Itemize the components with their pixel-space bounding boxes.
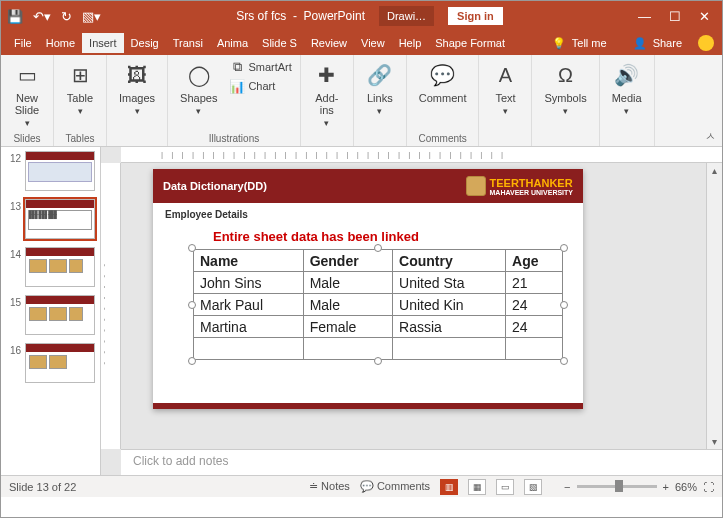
data-table: NameGenderCountryAge John SinsMaleUnited… — [193, 249, 563, 360]
resize-handle[interactable] — [560, 244, 568, 252]
shapes-button[interactable]: ◯Shapes▾ — [176, 59, 221, 119]
group-tables-label: Tables — [66, 131, 95, 144]
maximize-icon[interactable]: ☐ — [669, 9, 681, 24]
slide-thumb-13[interactable]: 13███ ███ ██████ ███ ███ — [5, 199, 96, 239]
tellme-label[interactable]: Tell me — [572, 37, 607, 49]
tab-home[interactable]: Home — [39, 33, 82, 53]
chart-button[interactable]: 📊Chart — [229, 78, 291, 94]
links-button[interactable]: 🔗Links▾ — [362, 59, 398, 119]
slide-canvas[interactable]: Data Dictionary(DD) TEERTHANKERMAHAVEER … — [121, 163, 706, 449]
status-bar: Slide 13 of 22 ≐ Notes 💬 Comments ▥ ▦ ▭ … — [1, 475, 722, 497]
zoom-in-icon[interactable]: + — [663, 481, 669, 493]
zoom-out-icon[interactable]: − — [564, 481, 570, 493]
notes-pane[interactable]: Click to add notes — [121, 449, 722, 475]
slide-footer-bar — [153, 403, 583, 409]
zoom-slider-thumb[interactable] — [615, 480, 623, 492]
slide-title: Data Dictionary(DD) — [163, 180, 267, 192]
notes-toggle[interactable]: ≐ Notes — [309, 480, 350, 493]
close-icon[interactable]: ✕ — [699, 9, 710, 24]
new-slide-button[interactable]: ▭New Slide▾ — [9, 59, 45, 131]
resize-handle[interactable] — [560, 357, 568, 365]
resize-handle[interactable] — [374, 244, 382, 252]
vertical-scrollbar[interactable]: ▴▾ — [706, 163, 722, 449]
redo-icon[interactable]: ↻ — [61, 9, 72, 24]
resize-handle[interactable] — [188, 301, 196, 309]
tab-transitions[interactable]: Transi — [166, 33, 210, 53]
resize-handle[interactable] — [188, 357, 196, 365]
tab-help[interactable]: Help — [392, 33, 429, 53]
sign-in-button[interactable]: Sign in — [448, 7, 503, 25]
tab-file[interactable]: File — [7, 33, 39, 53]
slide: Data Dictionary(DD) TEERTHANKERMAHAVEER … — [153, 169, 583, 409]
group-comments-label: Comments — [418, 131, 466, 144]
tellme-icon: 💡 — [552, 37, 566, 50]
tab-insert[interactable]: Insert — [82, 33, 124, 53]
tab-review[interactable]: Review — [304, 33, 354, 53]
thumbnail-panel: 12 13███ ███ ██████ ███ ███ 14 15 16 — [1, 147, 101, 475]
minimize-icon[interactable]: ― — [638, 9, 651, 24]
zoom-value[interactable]: 66% — [675, 481, 697, 493]
tab-slideshow[interactable]: Slide S — [255, 33, 304, 53]
table-row: Mark PaulMaleUnited Kin24 — [194, 294, 563, 316]
slide-subtitle: Employee Details — [153, 203, 583, 226]
zoom-control[interactable]: − + 66% ⛶ — [564, 481, 714, 493]
slide-thumb-16[interactable]: 16 — [5, 343, 96, 383]
logo: TEERTHANKERMAHAVEER UNIVERSITY — [466, 176, 574, 196]
resize-handle[interactable] — [560, 301, 568, 309]
app-title: PowerPoint — [304, 9, 365, 23]
symbols-button[interactable]: ΩSymbols▾ — [540, 59, 590, 119]
title-bar: 💾 ↶▾ ↻ ▧▾ Srs of fcs - PowerPoint Drawi…… — [1, 1, 722, 31]
logo-badge-icon — [466, 176, 486, 196]
collapse-ribbon-icon[interactable]: ㅅ — [705, 129, 716, 144]
ribbon: ▭New Slide▾ Slides ⊞Table▾ Tables 🖼Image… — [1, 55, 722, 147]
slide-thumb-14[interactable]: 14 — [5, 247, 96, 287]
resize-handle[interactable] — [188, 244, 196, 252]
tab-design[interactable]: Desig — [124, 33, 166, 53]
overlay-message: Entire sheet data has been linked — [213, 229, 419, 244]
start-slideshow-icon[interactable]: ▧▾ — [82, 9, 101, 24]
doc-title: Srs of fcs — [236, 9, 286, 23]
fit-to-window-icon[interactable]: ⛶ — [703, 481, 714, 493]
table-row: MartinaFemaleRassia24 — [194, 316, 563, 338]
addins-button[interactable]: ✚Add- ins▾ — [309, 59, 345, 131]
text-button[interactable]: AText▾ — [487, 59, 523, 119]
tab-shape-format[interactable]: Shape Format — [428, 33, 512, 53]
view-slideshow-button[interactable]: ▧ — [524, 479, 542, 495]
save-icon[interactable]: 💾 — [7, 9, 23, 24]
view-normal-button[interactable]: ▥ — [440, 479, 458, 495]
linked-table-object[interactable]: NameGenderCountryAge John SinsMaleUnited… — [193, 249, 563, 360]
media-button[interactable]: 🔊Media▾ — [608, 59, 646, 119]
slide-thumb-15[interactable]: 15 — [5, 295, 96, 335]
comments-toggle[interactable]: 💬 Comments — [360, 480, 430, 493]
share-button[interactable]: Share — [653, 37, 682, 49]
images-button[interactable]: 🖼Images▾ — [115, 59, 159, 119]
tab-animations[interactable]: Anima — [210, 33, 255, 53]
table-row: John SinsMaleUnited Sta21 — [194, 272, 563, 294]
context-tab-label: Drawi… — [379, 6, 434, 26]
group-illustrations-label: Illustrations — [209, 131, 260, 144]
view-reading-button[interactable]: ▭ — [496, 479, 514, 495]
smartart-button[interactable]: ⧉SmartArt — [229, 59, 291, 75]
emoji-icon[interactable] — [698, 35, 714, 51]
slide-counter: Slide 13 of 22 — [9, 481, 309, 493]
resize-handle[interactable] — [374, 357, 382, 365]
ruler-horizontal: | | | | | | | | | | | | | | | | | | | | … — [121, 147, 722, 163]
ribbon-tabs: File Home Insert Desig Transi Anima Slid… — [1, 31, 722, 55]
slide-thumb-12[interactable]: 12 — [5, 151, 96, 191]
table-button[interactable]: ⊞Table▾ — [62, 59, 98, 119]
comment-button[interactable]: 💬Comment — [415, 59, 471, 106]
group-slides-label: Slides — [13, 131, 40, 144]
tab-view[interactable]: View — [354, 33, 392, 53]
ruler-vertical: - - - - - - - - - - — [101, 163, 121, 449]
view-sorter-button[interactable]: ▦ — [468, 479, 486, 495]
share-icon: 👤 — [633, 37, 647, 50]
undo-icon[interactable]: ↶▾ — [33, 9, 51, 24]
